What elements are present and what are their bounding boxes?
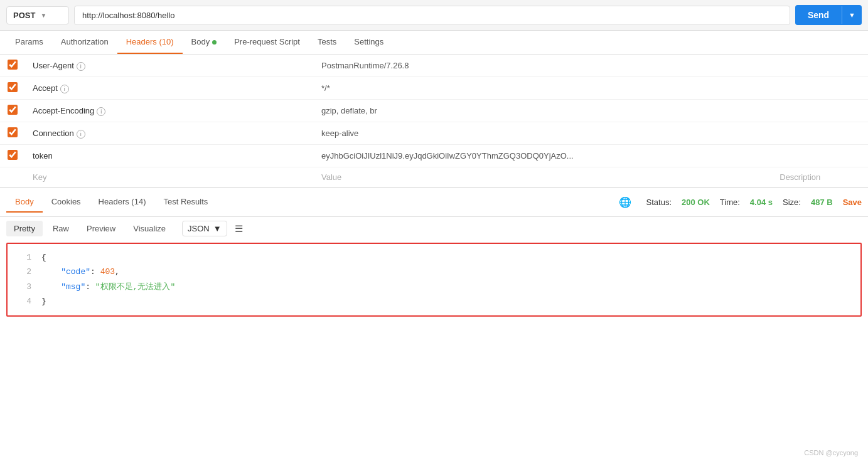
- table-row: Accepti */*: [0, 77, 868, 100]
- size-label: Size:: [783, 198, 801, 207]
- table-row: Accept-Encodingi gzip, deflate, br: [0, 100, 868, 122]
- tab-settings[interactable]: Settings: [345, 31, 392, 54]
- headers-table: User-Agenti PostmanRuntime/7.26.8 Accept…: [0, 55, 868, 187]
- json-format-selector[interactable]: JSON ▼: [182, 221, 227, 236]
- resp-tab-headers[interactable]: Headers (14): [90, 192, 155, 213]
- time-value: 4.04 s: [750, 198, 773, 207]
- header-value: keep-alive: [321, 129, 358, 138]
- resp-body-tab-visualize[interactable]: Visualize: [126, 221, 173, 236]
- send-dropdown-arrow-icon[interactable]: ▼: [842, 6, 862, 24]
- tab-pre-request[interactable]: Pre-request Script: [225, 31, 309, 54]
- status-value: 200 OK: [682, 198, 710, 207]
- response-bar: Body Cookies Headers (14) Test Results 🌐…: [0, 187, 868, 217]
- filter-icon[interactable]: ☰: [235, 223, 243, 235]
- value-placeholder[interactable]: Value: [321, 172, 341, 182]
- header-value: */*: [321, 83, 330, 93]
- tab-tests[interactable]: Tests: [309, 31, 345, 54]
- tab-body[interactable]: Body: [183, 31, 226, 54]
- json-dropdown-icon: ▼: [213, 224, 222, 233]
- table-row-empty: Key Value Description: [0, 167, 868, 187]
- resp-body-tab-raw[interactable]: Raw: [45, 221, 77, 236]
- header-key: token: [33, 151, 53, 161]
- header-checkbox[interactable]: [8, 82, 18, 92]
- info-icon: i: [77, 130, 85, 139]
- header-value: eyJhbGciOiJIUzl1NiJ9.eyJqdGkiOiIwZGY0YTh…: [321, 151, 574, 161]
- globe-icon: 🌐: [619, 196, 631, 208]
- info-icon: i: [97, 107, 105, 116]
- header-value: PostmanRuntime/7.26.8: [321, 61, 409, 70]
- info-icon: i: [77, 62, 85, 71]
- description-placeholder[interactable]: Description: [780, 172, 820, 182]
- resp-tab-body[interactable]: Body: [6, 192, 43, 213]
- header-key: User-Agent: [33, 61, 74, 70]
- tab-headers[interactable]: Headers (10): [117, 31, 183, 54]
- info-icon: i: [60, 85, 69, 93]
- send-button[interactable]: Send ▼: [795, 5, 862, 25]
- header-checkbox[interactable]: [8, 60, 18, 70]
- save-button[interactable]: Save: [843, 198, 862, 207]
- tab-params[interactable]: Params: [6, 31, 52, 54]
- code-line-4: 4 }: [8, 294, 860, 308]
- table-row: token eyJhbGciOiJIUzl1NiJ9.eyJqdGkiOiIwZ…: [0, 145, 868, 167]
- json-label: JSON: [188, 224, 210, 233]
- status-bar: 🌐 Status: 200 OK Time: 4.04 s Size: 487 …: [619, 196, 862, 208]
- request-tabs: Params Authorization Headers (10) Body P…: [0, 31, 868, 55]
- header-key: Accept: [33, 83, 58, 93]
- url-input[interactable]: [74, 6, 790, 25]
- resp-body-tabs: Pretty Raw Preview Visualize JSON ▼ ☰: [0, 217, 868, 240]
- size-value: 487 B: [811, 198, 833, 207]
- body-dot-icon: [212, 40, 217, 45]
- method-select[interactable]: POST ▼: [6, 6, 69, 24]
- code-line-1: 1 {: [8, 250, 860, 265]
- resp-tab-test-results[interactable]: Test Results: [154, 192, 217, 213]
- header-key: Connection: [33, 129, 74, 138]
- table-row: Connectioni keep-alive: [0, 122, 868, 145]
- method-arrow-icon: ▼: [40, 12, 46, 19]
- url-bar: POST ▼ Send ▼: [0, 0, 868, 31]
- send-label: Send: [795, 5, 842, 25]
- code-line-3: 3 "msg": "权限不足,无法进入": [8, 280, 860, 294]
- resp-body-tab-pretty[interactable]: Pretty: [6, 221, 43, 236]
- code-line-2: 2 "code": 403,: [8, 265, 860, 279]
- method-label: POST: [13, 11, 35, 20]
- time-label: Time:: [720, 198, 740, 207]
- header-checkbox[interactable]: [8, 105, 18, 115]
- headers-section: User-Agenti PostmanRuntime/7.26.8 Accept…: [0, 55, 868, 187]
- resp-tab-cookies[interactable]: Cookies: [43, 192, 90, 213]
- status-label: Status:: [646, 198, 672, 207]
- header-value: gzip, deflate, br: [321, 106, 377, 115]
- header-checkbox[interactable]: [8, 150, 18, 160]
- key-placeholder[interactable]: Key: [33, 172, 46, 182]
- table-row: User-Agenti PostmanRuntime/7.26.8: [0, 55, 868, 77]
- header-checkbox[interactable]: [8, 127, 18, 137]
- resp-body-tab-preview[interactable]: Preview: [79, 221, 123, 236]
- header-key: Accept-Encoding: [33, 106, 94, 115]
- response-code-block: 1 { 2 "code": 403, 3 "msg": "权限不足,无法进入" …: [6, 243, 862, 317]
- tab-authorization[interactable]: Authorization: [52, 31, 117, 54]
